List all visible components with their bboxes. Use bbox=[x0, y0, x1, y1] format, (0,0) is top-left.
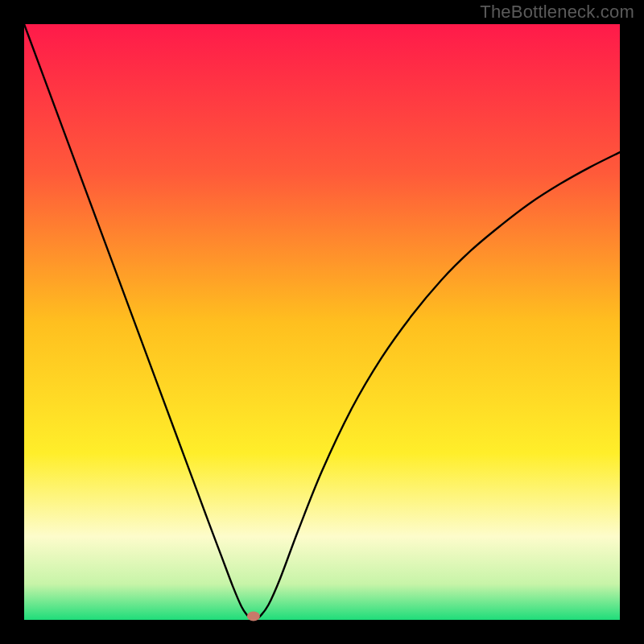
svg-point-1 bbox=[247, 612, 260, 621]
watermark-text: TheBottleneck.com bbox=[480, 2, 634, 23]
optimal-point-marker bbox=[24, 24, 620, 620]
plot-area bbox=[24, 24, 620, 620]
